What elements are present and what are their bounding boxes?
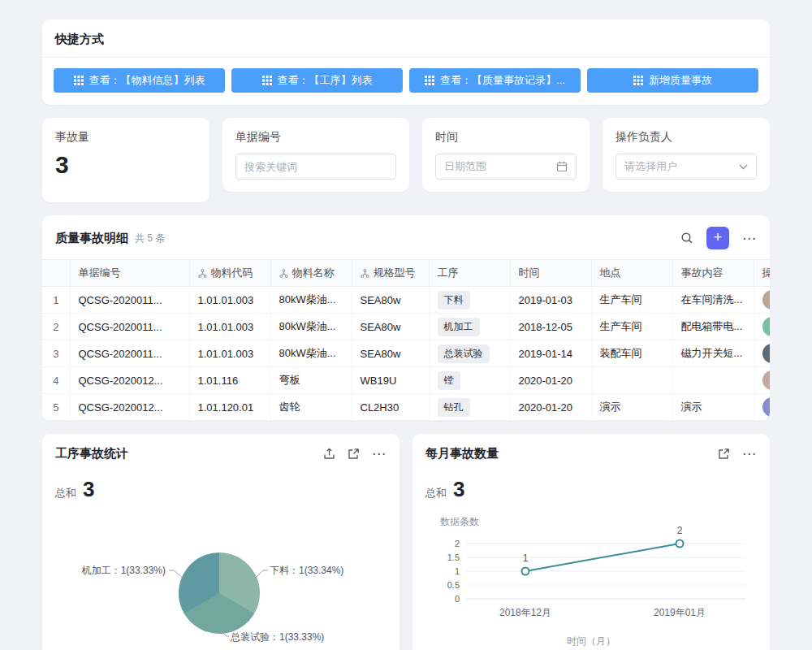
cell-location	[591, 367, 672, 394]
column-process: 工序	[429, 260, 510, 287]
more-menu-button[interactable]	[742, 230, 757, 247]
date-range-picker[interactable]: 日期范围	[435, 154, 577, 180]
ellipsis-icon	[742, 445, 757, 462]
cell-time: 2018-12-05	[510, 314, 591, 340]
table-row[interactable]: 5 QCSG-2020012... 1.01.120.01 齿轮 CL2H30 …	[42, 394, 770, 421]
process-tag: 机加工	[438, 318, 480, 336]
cell-doc-no: QCSG-2020011...	[70, 287, 189, 314]
export-button[interactable]	[323, 448, 335, 460]
cell-process: 总装试验	[429, 340, 510, 367]
search-button[interactable]	[680, 232, 693, 245]
cell-material-name: 80kW柴油...	[270, 340, 352, 367]
avatar	[762, 290, 771, 310]
operator-label: 操作负责人	[615, 130, 757, 145]
cell-content: 磁力开关短...	[672, 340, 754, 367]
calendar-icon	[556, 161, 568, 172]
user-select-placeholder: 请选择用户	[624, 159, 734, 174]
shortcut-view-accident-records-button[interactable]: 查看：【质量事故记录】...	[409, 68, 581, 93]
cell-doc-no: QCSG-2020011...	[70, 340, 189, 367]
process-stat-card: 工序事故统计 总和 3	[42, 434, 400, 650]
process-tag: 钻孔	[438, 398, 470, 417]
line-total-value: 3	[453, 477, 464, 502]
table-row-count: 共 5 条	[135, 232, 165, 245]
cell-doc-no: QCSG-2020012...	[70, 367, 189, 394]
line-chart[interactable]: 数据条数 2 1.5 1 0.5 0 1 2 2018年12月	[425, 509, 757, 648]
ellipsis-icon	[372, 445, 387, 462]
table-row[interactable]: 2 QCSG-2020011... 1.01.01.003 80kW柴油... …	[42, 314, 770, 340]
linked-field-icon	[198, 269, 207, 278]
cell-spec: CL2H30	[352, 394, 429, 421]
cell-doc-no: QCSG-2020012...	[70, 394, 189, 421]
column-doc-no: 单据编号	[70, 260, 189, 287]
row-index: 5	[42, 394, 70, 421]
open-in-new-button[interactable]	[718, 448, 730, 460]
shortcut-label: 查看：【物料信息】列表	[89, 73, 205, 88]
accident-count-card: 事故量 3	[42, 118, 209, 202]
pie-total-row: 总和 3	[55, 477, 387, 502]
cell-operator	[754, 367, 770, 394]
more-menu-button[interactable]	[742, 445, 757, 462]
shortcut-label: 查看：【工序】列表	[278, 73, 373, 88]
cell-spec: SEA80w	[352, 287, 429, 314]
shortcut-view-material-list-button[interactable]: 查看：【物料信息】列表	[54, 68, 225, 93]
accident-count-value: 3	[55, 151, 197, 179]
cell-location: 装配车间	[591, 340, 672, 367]
pie-card-actions	[323, 445, 387, 462]
user-select[interactable]: 请选择用户	[615, 154, 757, 180]
x-tick: 2019年01月	[654, 607, 706, 618]
column-material-name: 物料名称	[270, 260, 352, 287]
table-row[interactable]: 4 QCSG-2020012... 1.01.116 弯板 WB19U 镗 20…	[42, 367, 770, 394]
table-card-header: 质量事故明细 共 5 条	[42, 215, 770, 259]
grid-icon	[425, 76, 434, 85]
grid-icon	[74, 76, 84, 85]
avatar	[762, 397, 771, 417]
grid-icon	[633, 76, 643, 85]
line-chart-title: 每月事故数量	[425, 446, 499, 462]
more-menu-button[interactable]	[372, 445, 387, 462]
shortcut-add-accident-button[interactable]: 新增质量事故	[587, 68, 758, 93]
column-spec-model: 规格型号	[352, 260, 429, 287]
date-range-placeholder: 日期范围	[444, 159, 551, 174]
cell-material-name: 齿轮	[270, 394, 352, 421]
cell-material-code: 1.01.120.01	[189, 394, 270, 421]
cell-material-code: 1.01.01.003	[189, 340, 270, 367]
add-record-button[interactable]	[706, 227, 729, 249]
time-label: 时间	[435, 130, 577, 145]
cell-operator	[754, 340, 770, 367]
pie-total-label: 总和	[55, 486, 76, 500]
cell-material-code: 1.01.01.003	[189, 287, 270, 314]
cell-spec: SEA80w	[352, 340, 429, 367]
table-actions	[680, 227, 757, 249]
accident-table: 单据编号 物料代码 物料名称 规格型号 工序 时间 地点 事故内容 操作负责人 …	[42, 259, 770, 421]
operator-filter-card: 操作负责人 请选择用户	[603, 118, 770, 192]
column-material-code: 物料代码	[189, 260, 270, 287]
cell-content: 演示	[672, 394, 754, 421]
column-operator: 操作负责人	[754, 260, 770, 287]
pie-label-blanking: 下料：1(33.34%)	[270, 564, 343, 578]
column-location: 地点	[591, 260, 672, 287]
cell-material-code: 1.01.01.003	[189, 314, 270, 340]
open-in-new-button[interactable]	[348, 448, 360, 460]
pie-label-machining: 机加工：1(33.33%)	[55, 564, 166, 578]
cell-material-code: 1.01.116	[189, 367, 270, 394]
pie-graphic[interactable]	[179, 552, 260, 634]
cell-location: 演示	[591, 394, 672, 421]
linked-field-icon	[361, 269, 369, 278]
point-label: 1	[523, 552, 529, 564]
cell-time: 2020-01-20	[510, 367, 591, 394]
search-icon	[680, 232, 693, 245]
cell-material-name: 80kW柴油...	[270, 287, 352, 314]
cell-material-name: 80kW柴油...	[270, 314, 352, 340]
cell-material-name: 弯板	[270, 367, 352, 394]
cell-operator	[754, 314, 770, 340]
doc-number-search-input[interactable]	[244, 161, 387, 173]
table-row[interactable]: 3 QCSG-2020011... 1.01.01.003 80kW柴油... …	[42, 340, 770, 367]
shortcut-label: 新增质量事故	[649, 73, 712, 88]
data-point	[522, 568, 529, 575]
pie-chart: 机加工：1(33.33%) 下料：1(33.34%) 总装试验：1(33.33%…	[55, 507, 387, 650]
pie-chart-title: 工序事故统计	[55, 446, 128, 462]
shortcut-view-process-list-button[interactable]: 查看：【工序】列表	[231, 68, 403, 93]
table-row[interactable]: 1 QCSG-2020011... 1.01.01.003 80kW柴油... …	[42, 287, 770, 314]
cell-operator	[754, 287, 770, 314]
chevron-down-icon	[739, 164, 748, 170]
